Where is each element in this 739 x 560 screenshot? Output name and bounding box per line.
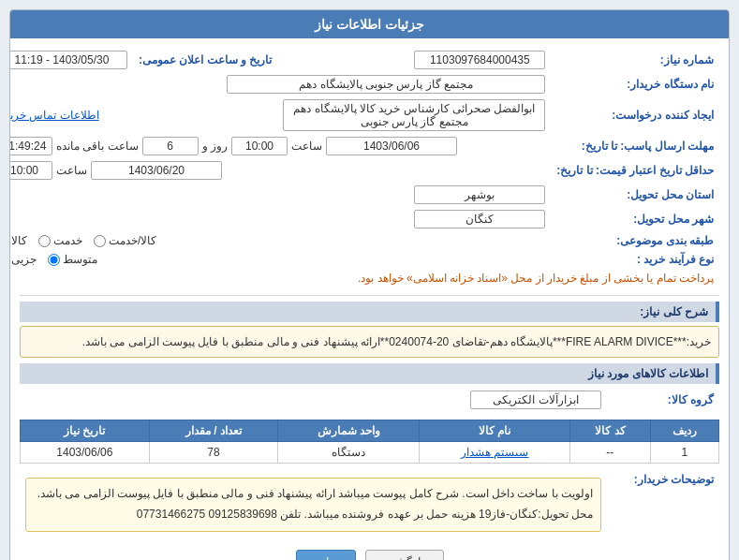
tabaqe-kala-khedmat-item[interactable]: کالا/خدمت [94, 234, 156, 247]
cell-tedad: 78 [149, 442, 278, 464]
mohlat-row: 21:49:24 ساعت باقی مانده 6 روز و 10:00 س… [9, 134, 551, 158]
cell-vahed: دستگاه [278, 442, 420, 464]
main-card: جزئیات اطلاعات نیاز شماره نیاز: 11030976… [9, 9, 730, 560]
tabaqe-kala-khedmat-radio[interactable] [94, 235, 106, 247]
tabaqe-kala-label: کالا [11, 234, 27, 247]
col-vahed: واحد شمارش [278, 420, 420, 442]
shomare-niaz-box: 1103097684000435 [414, 51, 545, 69]
ettelaat-kala-label: اطلاعات کالاهای مورد نیاز [588, 367, 708, 380]
cell-kod: -- [570, 442, 650, 464]
mohlat-date-box: 1403/06/06 [326, 137, 457, 155]
mohlat-saat-label: ساعت [291, 140, 322, 153]
tozi-table: توضیحات خریدار: اولویت با ساخت داخل است.… [20, 469, 719, 539]
ostan-value: بوشهر [9, 183, 551, 207]
kala-table: ردیف کد کالا نام کالا واحد شمارش تعداد /… [20, 420, 719, 464]
kala-section-title: اطلاعات کالاهای مورد نیاز [20, 363, 719, 384]
grohe-kala-value: ابزارآلات الکتریکی [20, 388, 607, 412]
tozi-value: اولویت با ساخت داخل است. شرح کامل پیوست … [20, 469, 607, 539]
mohlat-label: مهلت ارسال پاسب: تا تاریخ: [551, 134, 719, 158]
grohe-table: گروه کالا: ابزارآلات الکتریکی [20, 388, 719, 412]
grohe-kala-box: ابزارآلات الکتریکی [470, 391, 601, 409]
cell-tarikh: 1403/06/06 [21, 442, 150, 464]
pardakht-note: پرداخت تمام یا بخشی از مبلغ خریدار از مح… [9, 269, 719, 287]
tarikh-saat-value: 1403/05/30 - 11:19 [9, 48, 133, 72]
divider-1 [20, 295, 719, 296]
noe-jozi-item[interactable]: جزیی [9, 253, 37, 266]
tabaqe-kala-item[interactable]: کالا [9, 234, 27, 247]
ijad-box: ابوالفضل صحرائی کارشناس خرید کالا پالایش… [283, 99, 545, 131]
tozi-box: اولویت با ساخت داخل است. شرح کامل پیوست … [25, 478, 601, 531]
sarj-label: شرح کلی نیاز: [640, 305, 708, 318]
col-radif: ردیف [650, 420, 718, 442]
tarikh-saat-box: 1403/05/30 - 11:19 [9, 51, 127, 69]
tabaqe-khedmat-item[interactable]: خدمت [38, 234, 82, 247]
ijad-label: ایجاد کننده درخواست: [551, 96, 719, 134]
button-row: چاپ بازگشت [20, 550, 719, 560]
tabaqe-khedmat-radio[interactable] [38, 235, 51, 247]
col-kod: کد کالا [570, 420, 650, 442]
tabaqe-kala-khedmat-label: کالا/خدمت [109, 234, 156, 247]
noe-jozi-label: جزیی [11, 253, 37, 266]
name-dastgah-value: مجتمع گاز پارس جنوبی پالایشگاه دهم [9, 72, 551, 96]
noe-motavaset-label: متوسط [63, 253, 97, 266]
mohlat-baqi-label: ساعت باقی مانده [56, 140, 139, 153]
hadaqal-label: حداقل تاریخ اعتبار قیمت: تا تاریخ: [551, 158, 719, 183]
mohlat-rooz-box: 6 [142, 137, 199, 155]
hadaqal-row: 10:00 ساعت 1403/06/20 [9, 158, 551, 183]
name-dastgah-box: مجتمع گاز پارس جنوبی پالایشگاه دهم [227, 75, 545, 94]
card-body: شماره نیاز: 1103097684000435 تاریخ و ساع… [10, 38, 729, 560]
col-tedad: تعداد / مقدار [149, 420, 278, 442]
page-title: جزئیات اطلاعات نیاز [315, 17, 424, 32]
mohlat-rooz-label: روز و [202, 140, 228, 153]
back-button[interactable]: بازگشت [365, 550, 444, 560]
shomare-niaz-label: شماره نیاز: [551, 48, 719, 72]
sarj-section-title: شرح کلی نیاز: [20, 302, 719, 322]
noe-motavaset-radio[interactable] [48, 254, 60, 266]
tabaqe-row: کالا خدمت کالا/خدمت [9, 231, 551, 250]
mohlat-baqi-box: 21:49:24 [9, 137, 52, 155]
noe-motavaset-item[interactable]: متوسط [48, 253, 97, 266]
hadaqal-saat-label: ساعت [56, 164, 87, 177]
table-row: 1--سیستم هشداردستگاه781403/06/06 [21, 442, 719, 464]
ostan-label: استان محل تحویل: [551, 183, 719, 207]
ostan-box: بوشهر [414, 185, 545, 204]
tabaqe-khedmat-label: خدمت [53, 234, 82, 247]
name-dastgah-label: نام دستگاه خریدار: [551, 72, 719, 96]
sarj-box: خرید:***FIRE ALARM DIVICE***پالایشگاه ده… [20, 326, 719, 358]
ijad-value: ابوالفضل صحرائی کارشناس خرید کالا پالایش… [277, 96, 551, 134]
tozi-label: توضیحات خریدار: [607, 469, 719, 539]
page-wrapper: جزئیات اطلاعات نیاز شماره نیاز: 11030976… [0, 0, 739, 560]
tabaqe-label: طبقه بندی موضوعی: [551, 231, 719, 250]
col-name: نام کالا [420, 420, 570, 442]
shahr-label: شهر محل تحویل: [551, 207, 719, 231]
col-tarikh: تاریخ نیاز [21, 420, 150, 442]
noe-farand-label: نوع فرآیند خرید : [551, 250, 719, 269]
hadaqal-date-box: 1403/06/20 [91, 161, 222, 180]
tarikh-saat-label: تاریخ و ساعت اعلان عمومی: [133, 48, 277, 72]
mohlat-saat-box: 10:00 [231, 137, 288, 155]
card-header: جزئیات اطلاعات نیاز [10, 10, 729, 38]
cell-radif: 1 [650, 442, 718, 464]
print-button[interactable]: چاپ [296, 550, 356, 560]
top-info-table: شماره نیاز: 1103097684000435 تاریخ و ساع… [9, 48, 719, 287]
noe-farand-row: جزیی متوسط [9, 250, 551, 269]
shahr-box: کنگان [414, 210, 545, 228]
shomare-niaz-value: 1103097684000435 [305, 48, 551, 72]
hadaqal-saat-box: 10:00 [9, 161, 52, 180]
ettelaat-tamas-link[interactable]: اطلاعات تماس خریدار [9, 109, 99, 122]
cell-name: سیستم هشدار [420, 442, 570, 464]
grohe-kala-label: گروه کالا: [607, 388, 719, 412]
shahr-value: کنگان [9, 207, 551, 231]
